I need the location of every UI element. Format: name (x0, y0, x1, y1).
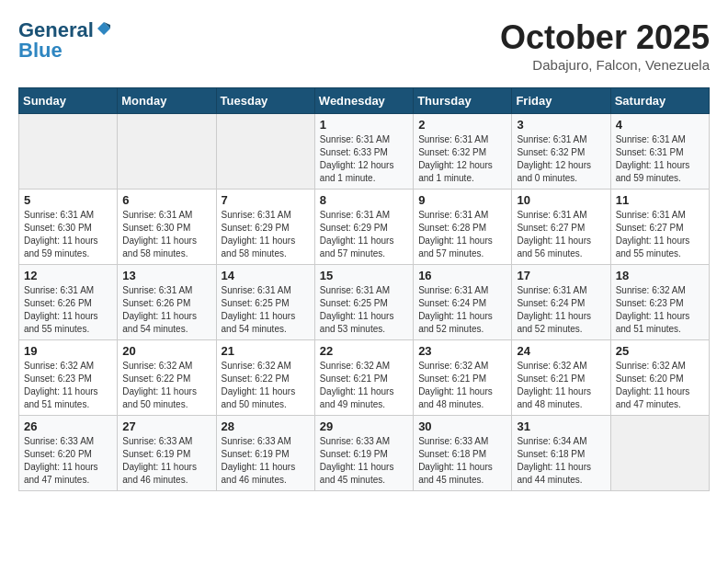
day-number: 29 (320, 419, 408, 433)
day-info: Sunrise: 6:31 AM Sunset: 6:24 PM Dayligh… (517, 284, 605, 336)
calendar-cell: 25Sunrise: 6:32 AM Sunset: 6:20 PM Dayli… (610, 340, 709, 416)
weekday-header-saturday: Saturday (610, 88, 709, 114)
day-info: Sunrise: 6:32 AM Sunset: 6:21 PM Dayligh… (418, 360, 506, 411)
day-info: Sunrise: 6:33 AM Sunset: 6:19 PM Dayligh… (320, 435, 408, 487)
calendar-cell: 5Sunrise: 6:31 AM Sunset: 6:30 PM Daylig… (19, 190, 118, 265)
calendar-cell: 9Sunrise: 6:31 AM Sunset: 6:28 PM Daylig… (414, 190, 512, 265)
day-number: 24 (517, 344, 605, 358)
calendar-cell: 27Sunrise: 6:33 AM Sunset: 6:19 PM Dayli… (118, 416, 216, 491)
day-info: Sunrise: 6:31 AM Sunset: 6:25 PM Dayligh… (222, 284, 310, 336)
day-number: 17 (517, 269, 605, 282)
day-number: 11 (616, 193, 704, 207)
day-info: Sunrise: 6:33 AM Sunset: 6:18 PM Dayligh… (418, 435, 506, 487)
day-number: 9 (418, 193, 506, 207)
weekday-header-tuesday: Tuesday (216, 88, 314, 114)
day-number: 3 (517, 118, 605, 132)
calendar-week-row: 12Sunrise: 6:31 AM Sunset: 6:26 PM Dayli… (19, 265, 710, 340)
day-info: Sunrise: 6:32 AM Sunset: 6:22 PM Dayligh… (222, 360, 310, 411)
day-number: 10 (517, 193, 605, 207)
day-number: 13 (122, 269, 210, 282)
calendar-cell: 21Sunrise: 6:32 AM Sunset: 6:22 PM Dayli… (216, 340, 314, 416)
calendar-cell: 17Sunrise: 6:31 AM Sunset: 6:24 PM Dayli… (512, 265, 610, 340)
calendar-cell: 6Sunrise: 6:31 AM Sunset: 6:30 PM Daylig… (118, 190, 216, 265)
day-number: 26 (24, 419, 112, 433)
day-number: 27 (122, 419, 210, 433)
day-info: Sunrise: 6:33 AM Sunset: 6:19 PM Dayligh… (122, 435, 210, 487)
calendar-cell: 16Sunrise: 6:31 AM Sunset: 6:24 PM Dayli… (414, 265, 512, 340)
day-number: 30 (418, 419, 506, 433)
day-info: Sunrise: 6:32 AM Sunset: 6:23 PM Dayligh… (616, 284, 704, 336)
weekday-header-wednesday: Wednesday (314, 88, 413, 114)
day-info: Sunrise: 6:31 AM Sunset: 6:29 PM Dayligh… (320, 209, 408, 260)
calendar-cell: 24Sunrise: 6:32 AM Sunset: 6:21 PM Dayli… (512, 340, 610, 416)
day-number: 4 (616, 118, 704, 132)
day-info: Sunrise: 6:32 AM Sunset: 6:21 PM Dayligh… (320, 360, 408, 411)
day-info: Sunrise: 6:33 AM Sunset: 6:20 PM Dayligh… (24, 435, 112, 487)
weekday-header-thursday: Thursday (414, 88, 512, 114)
calendar-cell (610, 416, 709, 491)
calendar-cell: 10Sunrise: 6:31 AM Sunset: 6:27 PM Dayli… (512, 190, 610, 265)
calendar-cell: 11Sunrise: 6:31 AM Sunset: 6:27 PM Dayli… (610, 190, 709, 265)
calendar-cell: 13Sunrise: 6:31 AM Sunset: 6:26 PM Dayli… (118, 265, 216, 340)
day-number: 22 (320, 344, 408, 358)
day-number: 20 (122, 344, 210, 358)
day-info: Sunrise: 6:31 AM Sunset: 6:33 PM Dayligh… (320, 133, 408, 185)
day-info: Sunrise: 6:31 AM Sunset: 6:29 PM Dayligh… (222, 209, 310, 260)
day-info: Sunrise: 6:33 AM Sunset: 6:19 PM Dayligh… (222, 435, 310, 487)
calendar-cell (118, 114, 216, 190)
calendar-cell: 2Sunrise: 6:31 AM Sunset: 6:32 PM Daylig… (414, 114, 512, 190)
page-header: General Blue October 2025 Dabajuro, Falc… (18, 18, 710, 73)
day-info: Sunrise: 6:31 AM Sunset: 6:30 PM Dayligh… (122, 209, 210, 260)
calendar-cell: 7Sunrise: 6:31 AM Sunset: 6:29 PM Daylig… (216, 190, 314, 265)
svg-marker-0 (97, 22, 110, 35)
calendar-cell: 3Sunrise: 6:31 AM Sunset: 6:32 PM Daylig… (512, 114, 610, 190)
day-number: 14 (222, 269, 310, 282)
calendar-cell: 30Sunrise: 6:33 AM Sunset: 6:18 PM Dayli… (414, 416, 512, 491)
calendar-cell: 14Sunrise: 6:31 AM Sunset: 6:25 PM Dayli… (216, 265, 314, 340)
day-info: Sunrise: 6:34 AM Sunset: 6:18 PM Dayligh… (517, 435, 605, 487)
calendar-cell: 12Sunrise: 6:31 AM Sunset: 6:26 PM Dayli… (19, 265, 118, 340)
day-info: Sunrise: 6:32 AM Sunset: 6:21 PM Dayligh… (517, 360, 605, 411)
day-number: 1 (320, 118, 408, 132)
day-info: Sunrise: 6:31 AM Sunset: 6:26 PM Dayligh… (24, 284, 112, 336)
calendar-cell: 1Sunrise: 6:31 AM Sunset: 6:33 PM Daylig… (314, 114, 413, 190)
day-info: Sunrise: 6:32 AM Sunset: 6:22 PM Dayligh… (122, 360, 210, 411)
day-info: Sunrise: 6:31 AM Sunset: 6:30 PM Dayligh… (24, 209, 112, 260)
day-number: 21 (222, 344, 310, 358)
day-number: 6 (122, 193, 210, 207)
day-number: 23 (418, 344, 506, 358)
calendar-cell: 29Sunrise: 6:33 AM Sunset: 6:19 PM Dayli… (314, 416, 413, 491)
day-number: 19 (24, 344, 112, 358)
day-info: Sunrise: 6:31 AM Sunset: 6:32 PM Dayligh… (517, 133, 605, 185)
day-number: 31 (517, 419, 605, 433)
day-info: Sunrise: 6:31 AM Sunset: 6:24 PM Dayligh… (418, 284, 506, 336)
calendar-cell: 20Sunrise: 6:32 AM Sunset: 6:22 PM Dayli… (118, 340, 216, 416)
day-info: Sunrise: 6:31 AM Sunset: 6:32 PM Dayligh… (418, 133, 506, 185)
calendar-week-row: 5Sunrise: 6:31 AM Sunset: 6:30 PM Daylig… (19, 190, 710, 265)
weekday-header-row: SundayMondayTuesdayWednesdayThursdayFrid… (19, 88, 710, 114)
day-number: 28 (222, 419, 310, 433)
calendar-cell: 23Sunrise: 6:32 AM Sunset: 6:21 PM Dayli… (414, 340, 512, 416)
day-info: Sunrise: 6:32 AM Sunset: 6:23 PM Dayligh… (24, 360, 112, 411)
calendar-cell (19, 114, 118, 190)
calendar-cell: 15Sunrise: 6:31 AM Sunset: 6:25 PM Dayli… (314, 265, 413, 340)
title-block: October 2025 Dabajuro, Falcon, Venezuela (500, 18, 710, 73)
calendar-cell: 26Sunrise: 6:33 AM Sunset: 6:20 PM Dayli… (19, 416, 118, 491)
calendar-table: SundayMondayTuesdayWednesdayThursdayFrid… (18, 87, 710, 491)
calendar-cell: 28Sunrise: 6:33 AM Sunset: 6:19 PM Dayli… (216, 416, 314, 491)
day-number: 18 (616, 269, 704, 282)
day-number: 16 (418, 269, 506, 282)
weekday-header-sunday: Sunday (19, 88, 118, 114)
calendar-cell: 19Sunrise: 6:32 AM Sunset: 6:23 PM Dayli… (19, 340, 118, 416)
location: Dabajuro, Falcon, Venezuela (500, 57, 710, 73)
day-info: Sunrise: 6:31 AM Sunset: 6:25 PM Dayligh… (320, 284, 408, 336)
day-number: 2 (418, 118, 506, 132)
day-info: Sunrise: 6:31 AM Sunset: 6:27 PM Dayligh… (616, 209, 704, 260)
calendar-cell: 4Sunrise: 6:31 AM Sunset: 6:31 PM Daylig… (610, 114, 709, 190)
day-number: 25 (616, 344, 704, 358)
weekday-header-friday: Friday (512, 88, 610, 114)
weekday-header-monday: Monday (118, 88, 216, 114)
calendar-cell: 22Sunrise: 6:32 AM Sunset: 6:21 PM Dayli… (314, 340, 413, 416)
day-number: 7 (222, 193, 310, 207)
day-info: Sunrise: 6:31 AM Sunset: 6:27 PM Dayligh… (517, 209, 605, 260)
